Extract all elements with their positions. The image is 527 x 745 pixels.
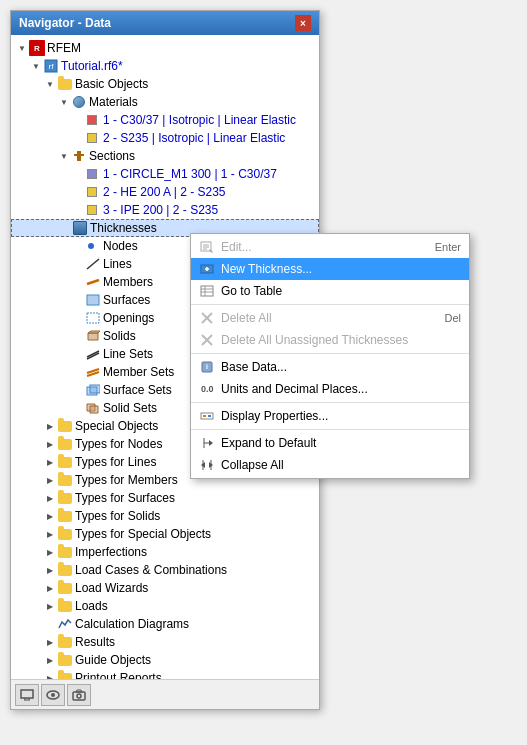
types-members-expander[interactable]: [43, 473, 57, 487]
results-expander[interactable]: [43, 635, 57, 649]
svg-rect-35: [201, 286, 213, 296]
types-lines-expander[interactable]: [43, 455, 57, 469]
menu-expand-default[interactable]: Expand to Default: [191, 432, 469, 454]
tutorial-expander[interactable]: [29, 59, 43, 73]
materials-expander[interactable]: [57, 95, 71, 109]
go-to-table-icon: [199, 283, 215, 299]
tree-types-surfaces[interactable]: Types for Surfaces: [11, 489, 319, 507]
separator1: [191, 304, 469, 305]
types-surfaces-expander[interactable]: [43, 491, 57, 505]
svg-text:0.0: 0.0: [201, 384, 214, 394]
tree-rfem[interactable]: R RFEM: [11, 39, 319, 57]
load-wizards-label: Load Wizards: [75, 581, 148, 595]
sections-expander[interactable]: [57, 149, 71, 163]
menu-new-thickness[interactable]: New Thickness...: [191, 258, 469, 280]
solids-label: Solids: [103, 329, 136, 343]
loads-label: Loads: [75, 599, 108, 613]
menu-go-to-table[interactable]: Go to Table: [191, 280, 469, 302]
tree-types-solids[interactable]: Types for Solids: [11, 507, 319, 525]
display-properties-label: Display Properties...: [221, 409, 328, 423]
tree-guide-objects[interactable]: Guide Objects: [11, 651, 319, 669]
line-sets-expander: [71, 347, 85, 361]
menu-delete-unassigned[interactable]: Delete All Unassigned Thicknesses: [191, 329, 469, 351]
members-expander: [71, 275, 85, 289]
tree-load-wizards[interactable]: Load Wizards: [11, 579, 319, 597]
svg-marker-17: [90, 406, 98, 413]
monitor-button[interactable]: [15, 684, 39, 706]
load-wizards-expander[interactable]: [43, 581, 57, 595]
separator4: [191, 429, 469, 430]
tree-imperfections[interactable]: Imperfections: [11, 543, 319, 561]
lines-icon: [85, 256, 101, 272]
tree-basic-objects[interactable]: Basic Objects: [11, 75, 319, 93]
tree-tutorial[interactable]: rf Tutorial.rf6*: [11, 57, 319, 75]
collapse-all-label: Collapse All: [221, 458, 284, 472]
context-menu: Edit... Enter New Thickness... Go to Tab…: [190, 233, 470, 479]
tree-section2[interactable]: 2 - HE 200 A | 2 - S235: [11, 183, 319, 201]
types-solids-expander[interactable]: [43, 509, 57, 523]
sections-label: Sections: [89, 149, 135, 163]
guide-objects-expander[interactable]: [43, 653, 57, 667]
menu-collapse-all[interactable]: Collapse All: [191, 454, 469, 476]
surface-sets-label: Surface Sets: [103, 383, 172, 397]
basic-objects-expander[interactable]: [43, 77, 57, 91]
tree-printout[interactable]: Printout Reports: [11, 669, 319, 679]
menu-edit[interactable]: Edit... Enter: [191, 236, 469, 258]
line-sets-label: Line Sets: [103, 347, 153, 361]
types-nodes-icon: [57, 436, 73, 452]
section2-color-icon: [85, 184, 101, 200]
types-special-label: Types for Special Objects: [75, 527, 211, 541]
tree-loads[interactable]: Loads: [11, 597, 319, 615]
types-nodes-label: Types for Nodes: [75, 437, 162, 451]
svg-rect-18: [21, 690, 33, 698]
loads-expander[interactable]: [43, 599, 57, 613]
tree-section3[interactable]: 3 - IPE 200 | 2 - S235: [11, 201, 319, 219]
section2-label: 2 - HE 200 A | 2 - S235: [103, 185, 226, 199]
tree-materials[interactable]: Materials: [11, 93, 319, 111]
openings-icon: [85, 310, 101, 326]
tree-types-special[interactable]: Types for Special Objects: [11, 525, 319, 543]
special-objects-expander[interactable]: [43, 419, 57, 433]
section1-expander: [71, 167, 85, 181]
tree-section1[interactable]: 1 - CIRCLE_M1 300 | 1 - C30/37: [11, 165, 319, 183]
section1-color-icon: [85, 166, 101, 182]
camera-button[interactable]: [67, 684, 91, 706]
menu-base-data[interactable]: i Base Data...: [191, 356, 469, 378]
materials-icon: [71, 94, 87, 110]
tutorial-label: Tutorial.rf6*: [61, 59, 123, 73]
svg-rect-24: [73, 692, 85, 700]
close-button[interactable]: ×: [295, 15, 311, 31]
tree-load-cases[interactable]: Load Cases & Combinations: [11, 561, 319, 579]
printout-icon: [57, 670, 73, 679]
menu-units[interactable]: 0.0 Units and Decimal Places...: [191, 378, 469, 400]
menu-delete-all[interactable]: Delete All Del: [191, 307, 469, 329]
tree-material1[interactable]: 1 - C30/37 | Isotropic | Linear Elastic: [11, 111, 319, 129]
printout-label: Printout Reports: [75, 671, 162, 679]
section3-expander: [71, 203, 85, 217]
imperfections-expander[interactable]: [43, 545, 57, 559]
guide-objects-icon: [57, 652, 73, 668]
material2-label: 2 - S235 | Isotropic | Linear Elastic: [103, 131, 285, 145]
rfem-expander[interactable]: [15, 41, 29, 55]
edit-label: Edit...: [221, 240, 252, 254]
types-solids-label: Types for Solids: [75, 509, 160, 523]
delete-unassigned-icon: [199, 332, 215, 348]
materials-label: Materials: [89, 95, 138, 109]
load-cases-expander[interactable]: [43, 563, 57, 577]
tree-results[interactable]: Results: [11, 633, 319, 651]
members-icon: [85, 274, 101, 290]
special-objects-icon: [57, 418, 73, 434]
solid-sets-expander: [71, 401, 85, 415]
svg-line-4: [87, 259, 99, 269]
tree-material2[interactable]: 2 - S235 | Isotropic | Linear Elastic: [11, 129, 319, 147]
rfem-icon: R: [29, 40, 45, 56]
edit-shortcut: Enter: [435, 241, 461, 253]
tree-sections[interactable]: Sections: [11, 147, 319, 165]
types-nodes-expander[interactable]: [43, 437, 57, 451]
menu-display-properties[interactable]: Display Properties...: [191, 405, 469, 427]
tree-calc-diagrams[interactable]: Calculation Diagrams: [11, 615, 319, 633]
printout-expander[interactable]: [43, 671, 57, 679]
types-special-expander[interactable]: [43, 527, 57, 541]
eye-button[interactable]: [41, 684, 65, 706]
types-lines-label: Types for Lines: [75, 455, 156, 469]
